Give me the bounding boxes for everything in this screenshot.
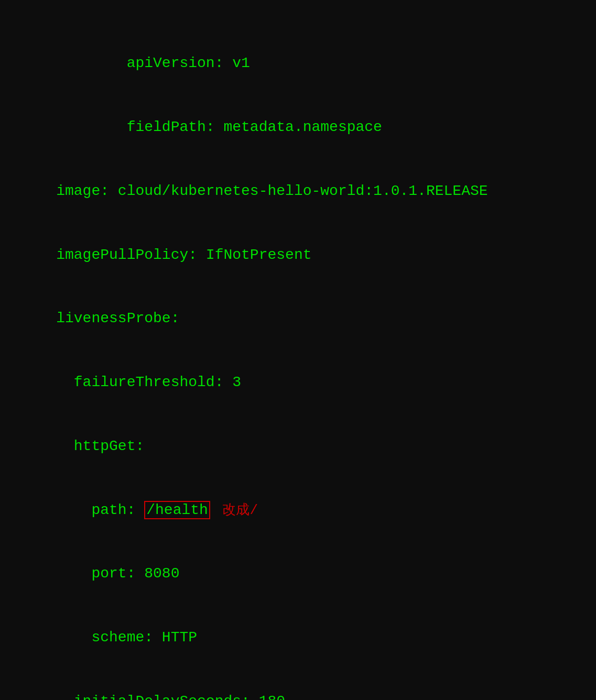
line-1: apiVersion: v1 [21,53,575,74]
line-7: httpGet: [21,436,575,457]
code-display: apiVersion: v1 fieldPath: metadata.names… [21,10,575,700]
liveness-annotation: 改成/ [214,502,258,518]
line-11: initialDelaySeconds: 180 [21,691,575,700]
line-9: port: 8080 [21,563,575,585]
line-4: imagePullPolicy: IfNotPresent [21,245,575,266]
line-6: failureThreshold: 3 [21,372,575,393]
line-8: path: /health 改成/ [21,500,575,521]
liveness-path-highlight: /health [144,501,210,519]
line-2: fieldPath: metadata.namespace [21,117,575,138]
line-5: livenessProbe: [21,308,575,330]
line-10: scheme: HTTP [21,627,575,649]
line-3: image: cloud/kubernetes-hello-world:1.0.… [21,181,575,202]
